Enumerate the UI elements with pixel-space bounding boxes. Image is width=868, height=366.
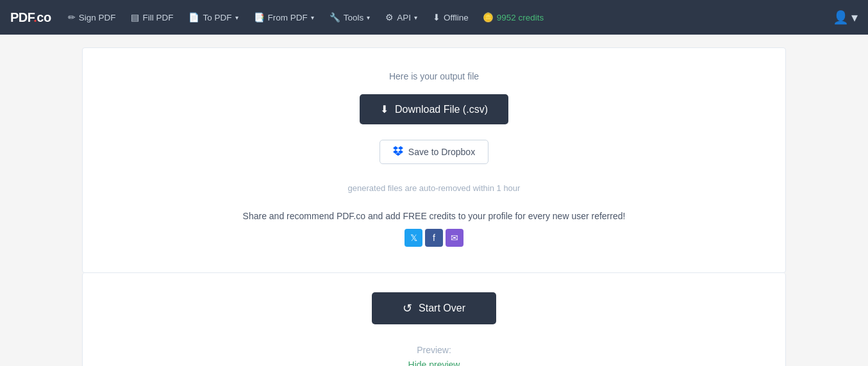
- hide-preview-link[interactable]: Hide preview: [408, 360, 460, 366]
- download-button-wrapper: ⬇ Download File (.csv): [96, 94, 772, 133]
- tools-caret: ▾: [367, 14, 370, 21]
- nav-fill-pdf-label: Fill PDF: [142, 13, 173, 22]
- user-caret: ▾: [851, 10, 858, 25]
- start-over-button-wrapper: ↺ Start Over: [96, 292, 772, 336]
- twitter-icon: 𝕏: [410, 233, 417, 243]
- email-icon: ✉: [451, 233, 458, 243]
- page-content: Here is your output file ⬇ Download File…: [72, 47, 796, 366]
- nav-to-pdf[interactable]: 📄 To PDF ▾: [182, 8, 244, 26]
- start-over-card: ↺ Start Over Preview: Hide preview: [82, 273, 786, 366]
- nav-api-label: API: [397, 13, 411, 22]
- output-label: Here is your output file: [96, 71, 772, 81]
- offline-icon: ⬇: [433, 12, 440, 22]
- auto-remove-text: generated files are auto-removed within …: [96, 183, 772, 193]
- user-icon: 👤: [833, 10, 849, 25]
- download-button-label: Download File (.csv): [395, 104, 488, 115]
- topdf-icon: 📄: [188, 12, 199, 22]
- facebook-icon: f: [433, 233, 435, 243]
- nav-from-pdf[interactable]: 📑 From PDF ▾: [247, 8, 321, 26]
- pen-icon: ✏: [68, 12, 76, 22]
- nav-tools[interactable]: 🔧 Tools ▾: [323, 8, 377, 26]
- dropbox-button-label: Save to Dropbox: [408, 147, 475, 157]
- coins-icon: 🪙: [483, 12, 494, 22]
- credits-value: 9952 credits: [497, 13, 544, 22]
- refresh-icon: ↺: [403, 301, 412, 315]
- dropbox-icon: [393, 146, 403, 158]
- dropbox-button[interactable]: Save to Dropbox: [380, 140, 488, 164]
- share-email-button[interactable]: ✉: [446, 229, 463, 247]
- start-over-label: Start Over: [419, 303, 465, 314]
- nav-sign-pdf-label: Sign PDF: [79, 13, 116, 22]
- download-button[interactable]: ⬇ Download File (.csv): [360, 94, 508, 124]
- nav-sign-pdf[interactable]: ✏ Sign PDF: [62, 8, 122, 26]
- nav-from-pdf-label: From PDF: [268, 13, 308, 22]
- frompdf-icon: 📑: [254, 12, 265, 22]
- nav-api[interactable]: ⚙ API ▾: [379, 8, 424, 26]
- from-pdf-caret: ▾: [311, 14, 314, 21]
- user-menu[interactable]: 👤 ▾: [833, 10, 858, 25]
- fill-icon: ▤: [131, 12, 139, 22]
- download-icon: ⬇: [380, 103, 388, 115]
- preview-label: Preview:: [96, 345, 772, 355]
- nav-offline-label: Offline: [444, 13, 469, 22]
- navbar: PDF.co ✏ Sign PDF ▤ Fill PDF 📄 To PDF ▾ …: [0, 0, 868, 35]
- credits-display[interactable]: 🪙 9952 credits: [483, 12, 544, 22]
- share-icons: 𝕏 f ✉: [96, 229, 772, 247]
- dropbox-button-wrapper: Save to Dropbox: [96, 140, 772, 174]
- nav-offline[interactable]: ⬇ Offline: [426, 8, 475, 26]
- start-over-button[interactable]: ↺ Start Over: [372, 292, 496, 324]
- api-icon: ⚙: [385, 12, 394, 22]
- nav-to-pdf-label: To PDF: [203, 13, 231, 22]
- tools-icon: 🔧: [330, 12, 340, 22]
- nav-tools-label: Tools: [344, 13, 364, 22]
- logo[interactable]: PDF.co: [10, 10, 51, 25]
- api-caret: ▾: [414, 14, 417, 21]
- share-facebook-button[interactable]: f: [425, 229, 443, 247]
- to-pdf-caret: ▾: [235, 14, 238, 21]
- nav-fill-pdf[interactable]: ▤ Fill PDF: [124, 8, 179, 26]
- share-text: Share and recommend PDF.co and add FREE …: [96, 211, 772, 221]
- output-card: Here is your output file ⬇ Download File…: [82, 47, 786, 273]
- share-twitter-button[interactable]: 𝕏: [405, 229, 422, 247]
